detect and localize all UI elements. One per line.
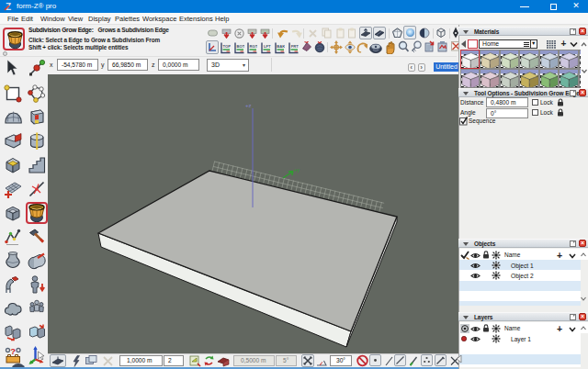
svg-text:BOT: BOT	[236, 44, 244, 49]
svg-text:LFT: LFT	[264, 44, 271, 49]
svg-text:FRT: FRT	[290, 44, 298, 49]
svg-text:TOP: TOP	[223, 44, 231, 49]
svg-text:+y: +y	[294, 167, 300, 173]
svg-text:+z: +z	[245, 103, 252, 108]
svg-text:?: ?	[10, 346, 16, 356]
svg-text:RGT: RGT	[250, 44, 258, 49]
svg-text:BAK: BAK	[277, 44, 285, 49]
